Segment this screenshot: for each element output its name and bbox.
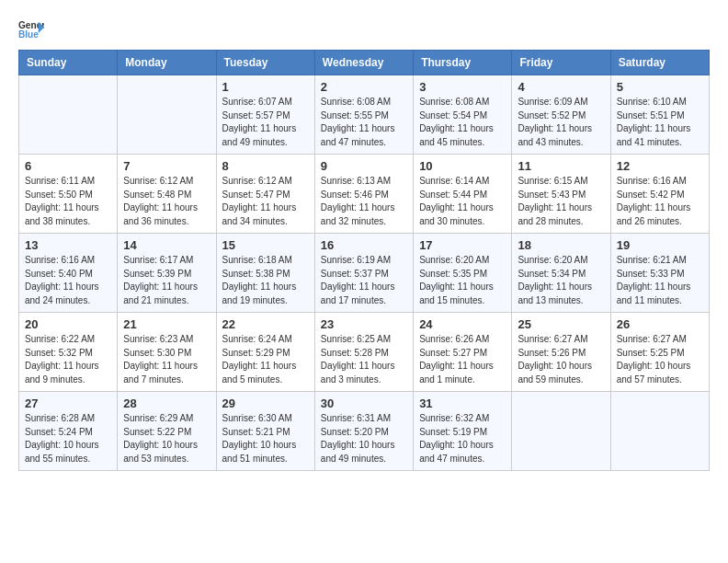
day-info: Sunrise: 6:24 AM Sunset: 5:29 PM Dayligh… [222,333,309,386]
day-cell: 30Sunrise: 6:31 AM Sunset: 5:20 PM Dayli… [314,392,413,471]
day-info: Sunrise: 6:23 AM Sunset: 5:30 PM Dayligh… [123,333,210,386]
day-cell: 16Sunrise: 6:19 AM Sunset: 5:37 PM Dayli… [314,234,413,313]
week-row-3: 13Sunrise: 6:16 AM Sunset: 5:40 PM Dayli… [19,234,710,313]
day-cell: 10Sunrise: 6:14 AM Sunset: 5:44 PM Dayli… [414,155,512,234]
day-cell: 23Sunrise: 6:25 AM Sunset: 5:28 PM Dayli… [314,313,413,392]
day-number: 14 [123,238,210,252]
day-number: 3 [419,80,506,94]
day-number: 15 [222,238,309,252]
day-info: Sunrise: 6:28 AM Sunset: 5:24 PM Dayligh… [25,412,111,465]
day-cell: 31Sunrise: 6:32 AM Sunset: 5:19 PM Dayli… [414,392,512,471]
day-number: 26 [617,317,703,331]
day-cell: 12Sunrise: 6:16 AM Sunset: 5:42 PM Dayli… [610,155,709,234]
day-info: Sunrise: 6:31 AM Sunset: 5:20 PM Dayligh… [321,412,407,465]
header-cell-tuesday: Tuesday [216,51,314,75]
header-cell-sunday: Sunday [19,51,118,75]
calendar-body: 1Sunrise: 6:07 AM Sunset: 5:57 PM Daylig… [19,75,710,471]
day-number: 19 [617,238,703,252]
day-info: Sunrise: 6:32 AM Sunset: 5:19 PM Dayligh… [419,412,506,465]
header-cell-monday: Monday [118,51,216,75]
day-number: 18 [518,238,604,252]
day-cell: 6Sunrise: 6:11 AM Sunset: 5:50 PM Daylig… [19,155,118,234]
day-info: Sunrise: 6:19 AM Sunset: 5:37 PM Dayligh… [321,254,407,307]
day-info: Sunrise: 6:27 AM Sunset: 5:25 PM Dayligh… [617,333,703,386]
day-cell: 5Sunrise: 6:10 AM Sunset: 5:51 PM Daylig… [610,75,709,155]
day-cell: 2Sunrise: 6:08 AM Sunset: 5:55 PM Daylig… [314,75,413,155]
week-row-5: 27Sunrise: 6:28 AM Sunset: 5:24 PM Dayli… [19,392,710,471]
day-info: Sunrise: 6:30 AM Sunset: 5:21 PM Dayligh… [222,412,309,465]
day-info: Sunrise: 6:18 AM Sunset: 5:38 PM Dayligh… [222,254,309,307]
day-cell: 7Sunrise: 6:12 AM Sunset: 5:48 PM Daylig… [118,155,216,234]
day-cell: 3Sunrise: 6:08 AM Sunset: 5:54 PM Daylig… [414,75,512,155]
day-cell: 19Sunrise: 6:21 AM Sunset: 5:33 PM Dayli… [610,234,709,313]
day-number: 2 [321,80,407,94]
svg-text:Blue: Blue [18,29,39,40]
day-info: Sunrise: 6:14 AM Sunset: 5:44 PM Dayligh… [419,175,506,228]
day-cell: 4Sunrise: 6:09 AM Sunset: 5:52 PM Daylig… [512,75,610,155]
header-cell-friday: Friday [512,51,610,75]
day-cell [19,75,118,155]
day-info: Sunrise: 6:11 AM Sunset: 5:50 PM Dayligh… [25,175,111,228]
week-row-1: 1Sunrise: 6:07 AM Sunset: 5:57 PM Daylig… [19,75,710,155]
day-info: Sunrise: 6:15 AM Sunset: 5:43 PM Dayligh… [518,175,604,228]
day-number: 1 [222,80,309,94]
header-cell-saturday: Saturday [610,51,709,75]
day-number: 28 [123,396,210,410]
day-number: 29 [222,396,309,410]
logo-icon: General Blue [18,18,44,40]
day-number: 9 [321,159,407,173]
day-info: Sunrise: 6:13 AM Sunset: 5:46 PM Dayligh… [321,175,407,228]
day-info: Sunrise: 6:27 AM Sunset: 5:26 PM Dayligh… [518,333,604,386]
day-number: 24 [419,317,506,331]
day-info: Sunrise: 6:12 AM Sunset: 5:47 PM Dayligh… [222,175,309,228]
day-cell [512,392,610,471]
day-number: 31 [419,396,506,410]
day-cell: 29Sunrise: 6:30 AM Sunset: 5:21 PM Dayli… [216,392,314,471]
day-cell: 13Sunrise: 6:16 AM Sunset: 5:40 PM Dayli… [19,234,118,313]
day-info: Sunrise: 6:20 AM Sunset: 5:34 PM Dayligh… [518,254,604,307]
day-cell: 14Sunrise: 6:17 AM Sunset: 5:39 PM Dayli… [118,234,216,313]
page-header: General Blue [18,18,710,40]
calendar-table: SundayMondayTuesdayWednesdayThursdayFrid… [18,50,710,471]
day-info: Sunrise: 6:29 AM Sunset: 5:22 PM Dayligh… [123,412,210,465]
day-info: Sunrise: 6:17 AM Sunset: 5:39 PM Dayligh… [123,254,210,307]
day-info: Sunrise: 6:09 AM Sunset: 5:52 PM Dayligh… [518,96,604,149]
day-info: Sunrise: 6:26 AM Sunset: 5:27 PM Dayligh… [419,333,506,386]
day-cell: 8Sunrise: 6:12 AM Sunset: 5:47 PM Daylig… [216,155,314,234]
day-cell: 9Sunrise: 6:13 AM Sunset: 5:46 PM Daylig… [314,155,413,234]
day-cell: 24Sunrise: 6:26 AM Sunset: 5:27 PM Dayli… [414,313,512,392]
day-cell: 20Sunrise: 6:22 AM Sunset: 5:32 PM Dayli… [19,313,118,392]
day-number: 7 [123,159,210,173]
day-cell: 17Sunrise: 6:20 AM Sunset: 5:35 PM Dayli… [414,234,512,313]
day-number: 13 [25,238,111,252]
day-cell: 26Sunrise: 6:27 AM Sunset: 5:25 PM Dayli… [610,313,709,392]
day-info: Sunrise: 6:08 AM Sunset: 5:55 PM Dayligh… [321,96,407,149]
header-row: SundayMondayTuesdayWednesdayThursdayFrid… [19,51,710,75]
day-info: Sunrise: 6:25 AM Sunset: 5:28 PM Dayligh… [321,333,407,386]
day-number: 30 [321,396,407,410]
day-cell [610,392,709,471]
day-cell: 11Sunrise: 6:15 AM Sunset: 5:43 PM Dayli… [512,155,610,234]
day-cell: 1Sunrise: 6:07 AM Sunset: 5:57 PM Daylig… [216,75,314,155]
day-info: Sunrise: 6:10 AM Sunset: 5:51 PM Dayligh… [617,96,703,149]
day-number: 22 [222,317,309,331]
day-info: Sunrise: 6:16 AM Sunset: 5:40 PM Dayligh… [25,254,111,307]
day-number: 5 [617,80,703,94]
day-cell: 18Sunrise: 6:20 AM Sunset: 5:34 PM Dayli… [512,234,610,313]
day-cell: 21Sunrise: 6:23 AM Sunset: 5:30 PM Dayli… [118,313,216,392]
day-number: 6 [25,159,111,173]
day-number: 4 [518,80,604,94]
day-number: 25 [518,317,604,331]
day-cell: 28Sunrise: 6:29 AM Sunset: 5:22 PM Dayli… [118,392,216,471]
day-info: Sunrise: 6:12 AM Sunset: 5:48 PM Dayligh… [123,175,210,228]
day-info: Sunrise: 6:21 AM Sunset: 5:33 PM Dayligh… [617,254,703,307]
day-info: Sunrise: 6:22 AM Sunset: 5:32 PM Dayligh… [25,333,111,386]
day-cell: 27Sunrise: 6:28 AM Sunset: 5:24 PM Dayli… [19,392,118,471]
day-info: Sunrise: 6:16 AM Sunset: 5:42 PM Dayligh… [617,175,703,228]
day-number: 10 [419,159,506,173]
day-info: Sunrise: 6:08 AM Sunset: 5:54 PM Dayligh… [419,96,506,149]
day-cell: 25Sunrise: 6:27 AM Sunset: 5:26 PM Dayli… [512,313,610,392]
day-number: 12 [617,159,703,173]
day-info: Sunrise: 6:20 AM Sunset: 5:35 PM Dayligh… [419,254,506,307]
day-cell [118,75,216,155]
